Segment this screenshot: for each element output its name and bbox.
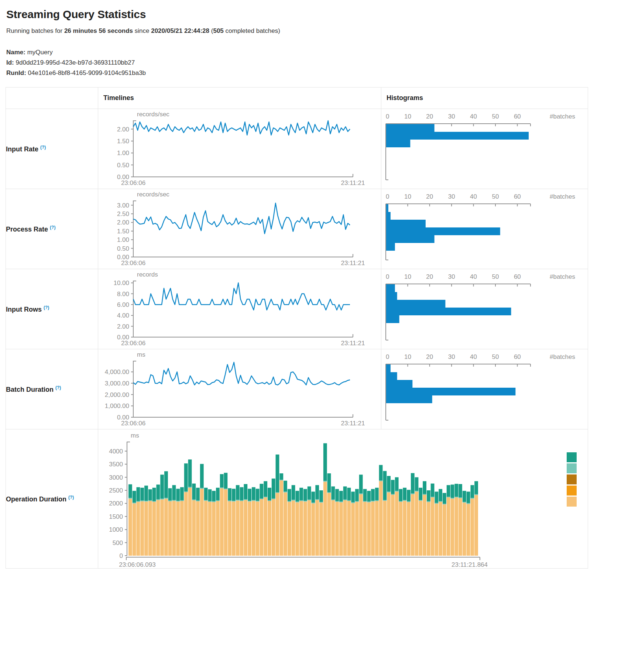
since-text: since	[133, 27, 151, 34]
running-batches-summary: Running batches for 26 minutes 56 second…	[6, 27, 619, 35]
svg-text:0: 0	[386, 193, 389, 200]
statistics-table: Timelines Histograms Input Rate (?) reco…	[6, 87, 588, 569]
row-label: Input Rows	[6, 306, 42, 313]
svg-text:2.00: 2.00	[117, 323, 129, 330]
input-rate-histogram-chart: 0102030405060#batches	[381, 110, 588, 188]
svg-text:23:06:06: 23:06:06	[121, 340, 145, 347]
legend-swatch-4	[567, 486, 577, 496]
operation-duration-chart-cell: ms4000350030002500200015001000500023:06:…	[98, 429, 588, 569]
svg-text:#batches: #batches	[550, 273, 575, 280]
svg-text:50: 50	[492, 113, 499, 120]
input-rate-help-icon[interactable]: (?)	[40, 145, 46, 150]
batch-duration-timeline-chart: ms4,000.003,000.002,000.001,000.000.0023…	[98, 349, 381, 429]
svg-text:3,000.00: 3,000.00	[105, 380, 129, 387]
svg-text:0.50: 0.50	[117, 245, 129, 252]
input-rows-histogram-cell: 0102030405060#batches	[381, 269, 588, 349]
batch-duration-label-cell: Batch Duration (?)	[6, 349, 98, 429]
input-rate-timeline-chart: records/sec2.001.501.000.500.0023:06:062…	[98, 109, 381, 189]
input-rows-timeline-chart: records10.008.006.004.002.000.0023:06:06…	[98, 269, 381, 349]
input-rows-label-cell: Input Rows (?)	[6, 269, 98, 349]
input-rate-histogram-cell: 0102030405060#batches	[381, 109, 588, 189]
svg-text:0: 0	[386, 273, 389, 280]
process-rate-timeline-chart: records/sec3.002.502.001.501.000.500.002…	[98, 189, 381, 269]
svg-text:40: 40	[470, 273, 477, 280]
batch-duration-timeline-cell: ms4,000.003,000.002,000.001,000.000.0023…	[98, 349, 381, 429]
svg-text:1.50: 1.50	[117, 228, 129, 235]
svg-text:1.50: 1.50	[117, 138, 129, 145]
running-prefix: Running batches for	[6, 27, 64, 34]
table-header-row: Timelines Histograms	[6, 88, 588, 109]
input-rate-timeline-cell: records/sec2.001.501.000.500.0023:06:062…	[98, 109, 381, 189]
process-rate-help-icon[interactable]: (?)	[50, 225, 55, 230]
svg-text:50: 50	[492, 353, 499, 360]
input-rows-help-icon[interactable]: (?)	[44, 305, 49, 310]
table-row: Process Rate (?) records/sec3.002.502.00…	[6, 189, 588, 269]
paren-open: (	[209, 27, 213, 34]
svg-text:23:06:06.093: 23:06:06.093	[119, 561, 155, 568]
svg-text:10.00: 10.00	[113, 280, 129, 287]
svg-text:60: 60	[514, 353, 521, 360]
query-runid-line: RunId: 04e101e6-8bf8-4165-9099-9104c951b…	[6, 68, 619, 78]
process-rate-timeline-cell: records/sec3.002.502.001.501.000.500.002…	[98, 189, 381, 269]
svg-text:1.00: 1.00	[117, 236, 129, 243]
svg-text:1,000.00: 1,000.00	[105, 402, 129, 409]
svg-text:50: 50	[492, 273, 499, 280]
svg-text:2,000.00: 2,000.00	[105, 391, 129, 398]
svg-text:23:11:21: 23:11:21	[341, 260, 365, 267]
timelines-header: Timelines	[98, 88, 381, 109]
svg-text:40: 40	[470, 193, 477, 200]
svg-text:0: 0	[386, 353, 389, 360]
svg-text:8.00: 8.00	[117, 291, 129, 298]
histograms-header: Histograms	[381, 88, 588, 109]
svg-text:2.00: 2.00	[117, 126, 129, 133]
page-title: Streaming Query Statistics	[6, 8, 619, 21]
query-meta: Name: myQuery Id: 9d0dd219-995d-423e-b97…	[6, 47, 619, 78]
svg-text:60: 60	[514, 193, 521, 200]
svg-text:ms: ms	[131, 432, 139, 439]
input-rate-label-cell: Input Rate (?)	[6, 109, 98, 189]
input-rows-histogram-chart: 0102030405060#batches	[381, 271, 588, 348]
row-label: Process Rate	[6, 226, 48, 233]
empty-header-cell	[6, 88, 98, 109]
operation-duration-help-icon[interactable]: (?)	[68, 495, 74, 500]
row-label: Batch Duration	[6, 386, 54, 393]
svg-text:ms: ms	[137, 351, 145, 358]
svg-text:#batches: #batches	[550, 113, 575, 120]
id-label: Id:	[6, 59, 14, 66]
svg-text:records: records	[137, 271, 158, 278]
svg-text:3500: 3500	[109, 461, 123, 468]
svg-text:23:06:06: 23:06:06	[121, 420, 145, 427]
operation-duration-chart: ms4000350030002500200015001000500023:06:…	[98, 429, 588, 568]
svg-text:4000: 4000	[109, 448, 123, 455]
process-rate-histogram-cell: 0102030405060#batches	[381, 189, 588, 269]
batch-duration-histogram-cell: 0102030405060#batches	[381, 349, 588, 429]
svg-text:0: 0	[120, 552, 123, 559]
table-row: Input Rate (?) records/sec2.001.501.000.…	[6, 109, 588, 189]
svg-text:23:06:06: 23:06:06	[121, 260, 145, 267]
table-row: Operation Duration (?) ms400035003000250…	[6, 429, 588, 569]
svg-text:23:11:21.864: 23:11:21.864	[451, 561, 488, 568]
process-rate-label-cell: Process Rate (?)	[6, 189, 98, 269]
svg-text:4,000.00: 4,000.00	[105, 368, 129, 376]
svg-text:30: 30	[448, 113, 455, 120]
batch-duration-help-icon[interactable]: (?)	[55, 385, 61, 390]
svg-text:1.00: 1.00	[117, 150, 129, 157]
svg-text:0: 0	[386, 113, 389, 120]
operation-duration-legend	[567, 452, 577, 507]
streaming-query-statistics-page: Streaming Query Statistics Running batch…	[0, 0, 625, 580]
svg-text:2.00: 2.00	[117, 219, 129, 226]
svg-text:20: 20	[426, 273, 433, 280]
svg-text:30: 30	[448, 353, 455, 360]
svg-text:2000: 2000	[109, 500, 123, 507]
svg-text:2.50: 2.50	[117, 210, 129, 217]
svg-text:records/sec: records/sec	[137, 191, 169, 198]
svg-text:23:06:06: 23:06:06	[121, 179, 145, 186]
running-duration: 26 minutes 56 seconds	[64, 27, 133, 34]
table-row: Input Rows (?) records10.008.006.004.002…	[6, 269, 588, 349]
svg-text:#batches: #batches	[550, 353, 575, 360]
svg-text:20: 20	[426, 353, 433, 360]
completed-suffix: completed batches)	[224, 27, 280, 34]
svg-text:0.50: 0.50	[117, 162, 129, 169]
legend-swatch-2	[567, 463, 577, 473]
svg-text:23:11:21: 23:11:21	[341, 420, 365, 427]
